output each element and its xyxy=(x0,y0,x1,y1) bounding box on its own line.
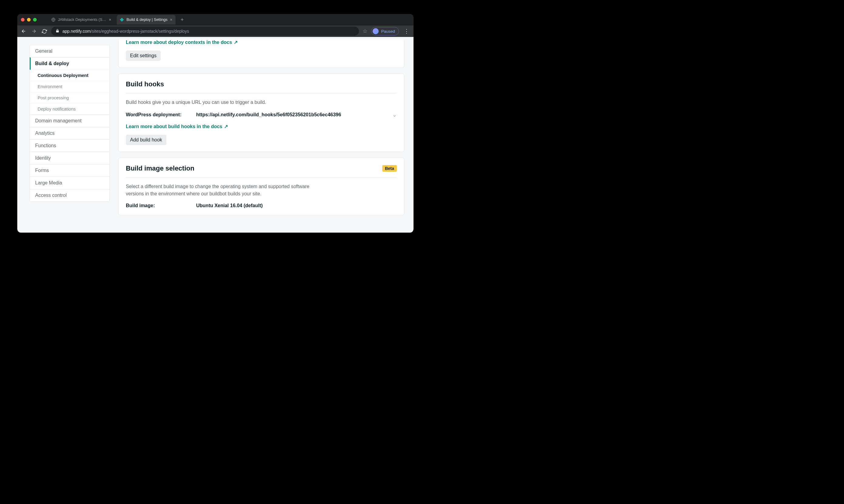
chevron-down-icon[interactable]: ⌄ xyxy=(392,111,397,118)
add-build-hook-button[interactable]: Add build hook xyxy=(126,135,167,145)
sidebar-item-build-deploy[interactable]: Build & deploy xyxy=(30,57,109,70)
sidebar-item-label: Functions xyxy=(35,143,56,148)
build-image-title: Build image selection Beta xyxy=(126,164,397,178)
sidebar-item-label: Build & deploy xyxy=(35,61,69,66)
avatar-icon xyxy=(373,28,379,34)
back-button[interactable] xyxy=(20,28,27,35)
sidebar-item-forms[interactable]: Forms xyxy=(30,164,109,177)
tab-strip: JAMstack Deployments (Settin × Build & d… xyxy=(17,14,414,25)
sidebar-item-label: Identity xyxy=(35,156,51,161)
build-hooks-card: Build hooks Build hooks give you a uniqu… xyxy=(118,73,404,152)
sidebar-sub-label: Post processing xyxy=(38,95,69,100)
card-title-text: Build image selection xyxy=(126,164,194,172)
build-hooks-title: Build hooks xyxy=(126,80,397,93)
build-image-value: Ubuntu Xenial 16.04 (default) xyxy=(196,203,397,209)
reload-button[interactable] xyxy=(41,28,48,35)
bookmark-button[interactable]: ☆ xyxy=(363,28,367,35)
new-tab-button[interactable]: + xyxy=(178,15,187,24)
build-hooks-description: Build hooks give you a unique URL you ca… xyxy=(126,99,320,106)
tab-title: JAMstack Deployments (Settin xyxy=(58,18,106,22)
build-image-description: Select a different build image to change… xyxy=(126,183,320,197)
tab-active[interactable]: Build & deploy | Settings × xyxy=(117,15,175,24)
globe-icon xyxy=(51,18,55,22)
svg-rect-1 xyxy=(120,18,124,21)
sidebar-item-analytics[interactable]: Analytics xyxy=(30,127,109,139)
profile-button[interactable]: Paused xyxy=(371,27,399,35)
deploy-contexts-docs-link[interactable]: Learn more about deploy contexts in the … xyxy=(126,39,238,45)
sidebar-sub-label: Deploy notifications xyxy=(38,107,76,111)
build-hooks-docs-link[interactable]: Learn more about build hooks in the docs… xyxy=(126,124,228,129)
forward-button[interactable] xyxy=(31,28,37,35)
sidebar-item-label: Forms xyxy=(35,168,49,173)
deploy-contexts-card: Learn more about deploy contexts in the … xyxy=(118,39,404,68)
tab-title: Build & deploy | Settings xyxy=(126,18,167,22)
build-hook-row: WordPress deployment: https://api.netlif… xyxy=(126,111,397,118)
sidebar-item-label: Access control xyxy=(35,193,67,198)
minimize-window-button[interactable] xyxy=(27,18,31,21)
netlify-icon xyxy=(120,18,124,22)
sidebar-item-access-control[interactable]: Access control xyxy=(30,189,109,201)
sidebar-item-functions[interactable]: Functions xyxy=(30,139,109,152)
sidebar-item-large-media[interactable]: Large Media xyxy=(30,177,109,189)
sidebar-sub-label: Continuous Deployment xyxy=(38,73,88,78)
sidebar-item-label: Domain management xyxy=(35,118,82,123)
address-bar: app.netlify.com/sites/egghead-wordpress-… xyxy=(17,25,414,37)
build-image-row: Build image: Ubuntu Xenial 16.04 (defaul… xyxy=(126,203,397,209)
content-wrap: General Build & deploy Continuous Deploy… xyxy=(17,37,414,233)
browser-menu-button[interactable]: ⋮ xyxy=(402,28,411,35)
build-hook-name: WordPress deployment: xyxy=(126,112,196,118)
build-image-key: Build image: xyxy=(126,203,196,209)
card-title-text: Build hooks xyxy=(126,80,164,88)
sidebar-item-general[interactable]: General xyxy=(30,45,109,57)
close-icon[interactable]: × xyxy=(170,17,172,22)
build-hook-url: https://api.netlify.com/build_hooks/5e6f… xyxy=(196,112,392,118)
sidebar-item-label: Large Media xyxy=(35,180,62,185)
beta-badge: Beta xyxy=(382,165,397,172)
sidebar-sub-deploy-notifications[interactable]: Deploy notifications xyxy=(30,103,109,114)
build-image-card: Build image selection Beta Select a diff… xyxy=(118,158,404,215)
sidebar-sub-label: Environment xyxy=(38,84,62,89)
external-link-icon: ↗ xyxy=(224,124,228,129)
close-icon[interactable]: × xyxy=(109,17,111,22)
maximize-window-button[interactable] xyxy=(33,18,37,21)
browser-window: JAMstack Deployments (Settin × Build & d… xyxy=(17,14,414,233)
url-input[interactable]: app.netlify.com/sites/egghead-wordpress-… xyxy=(51,26,359,36)
profile-state: Paused xyxy=(381,29,395,34)
external-link-icon: ↗ xyxy=(234,39,238,45)
settings-sidebar: General Build & deploy Continuous Deploy… xyxy=(30,45,110,233)
sidebar-item-identity[interactable]: Identity xyxy=(30,152,109,164)
edit-settings-button[interactable]: Edit settings xyxy=(126,51,161,61)
window-controls xyxy=(21,18,46,21)
sidebar-card: General Build & deploy Continuous Deploy… xyxy=(30,45,110,202)
sidebar-item-label: Analytics xyxy=(35,130,55,136)
sidebar-sub-environment[interactable]: Environment xyxy=(30,81,109,92)
page-content: General Build & deploy Continuous Deploy… xyxy=(17,37,414,233)
sidebar-sub-post-processing[interactable]: Post processing xyxy=(30,92,109,103)
link-text: Learn more about build hooks in the docs xyxy=(126,124,222,129)
close-window-button[interactable] xyxy=(21,18,24,21)
lock-icon xyxy=(55,29,59,34)
sidebar-sub-continuous-deployment[interactable]: Continuous Deployment xyxy=(30,70,109,81)
sidebar-item-domain-management[interactable]: Domain management xyxy=(30,114,109,127)
sidebar-item-label: General xyxy=(35,49,52,54)
url-text: app.netlify.com/sites/egghead-wordpress-… xyxy=(63,29,189,34)
main-column: Learn more about deploy contexts in the … xyxy=(118,37,404,233)
link-text: Learn more about deploy contexts in the … xyxy=(126,40,232,45)
tab-inactive[interactable]: JAMstack Deployments (Settin × xyxy=(48,15,114,24)
